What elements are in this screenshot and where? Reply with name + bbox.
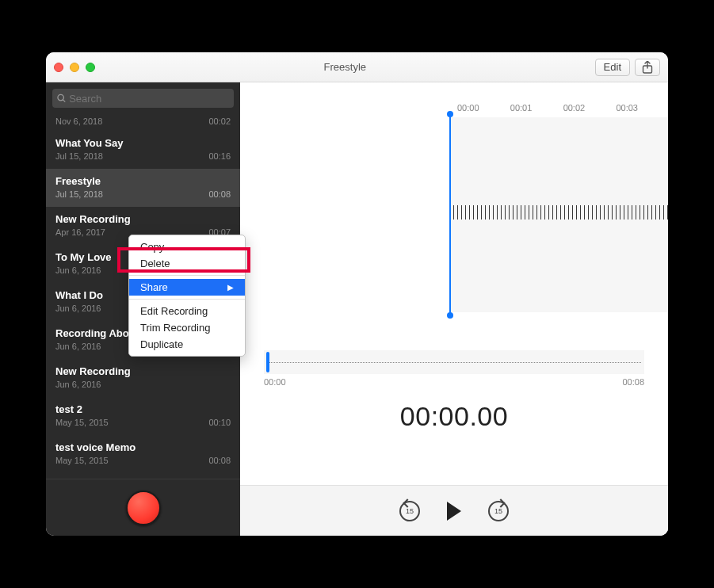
share-icon	[642, 61, 653, 74]
playhead[interactable]	[449, 114, 451, 315]
playback-controls: 15 15	[240, 485, 668, 536]
scrub-position[interactable]	[266, 352, 269, 372]
search-icon	[57, 94, 66, 103]
time-tick: 00:01	[510, 103, 533, 113]
ctx-share-label: Share	[140, 281, 168, 293]
record-area	[46, 479, 240, 536]
window-controls	[54, 63, 95, 72]
time-axis: 00:00 00:01 00:02 00:03	[264, 98, 644, 113]
ctx-trim-recording[interactable]: Trim Recording	[129, 319, 245, 336]
window-title: Freestyle	[95, 61, 595, 73]
recording-duration: 00:08	[208, 189, 231, 199]
recording-date: May 15, 2015	[55, 456, 109, 465]
recording-title: test 2	[55, 403, 231, 415]
recording-date: Jun 6, 2016	[55, 265, 101, 275]
recording-duration: 00:16	[208, 151, 231, 161]
search-field[interactable]	[52, 89, 234, 108]
scrub-start: 00:00	[264, 377, 286, 387]
skip-forward-button[interactable]: 15	[487, 500, 510, 522]
play-button[interactable]	[443, 500, 465, 522]
search-input[interactable]	[69, 93, 229, 105]
chevron-right-icon: ▶	[227, 283, 234, 292]
recording-title: New Recording	[55, 213, 231, 225]
skip-back-icon: 15	[399, 501, 420, 521]
recording-duration: 00:02	[208, 116, 231, 126]
edit-button[interactable]: Edit	[595, 59, 630, 76]
recording-item[interactable]: FreestyleJul 15, 201800:08	[46, 169, 240, 207]
waveform-zoom-view[interactable]: 00:00 00:01 00:02 00:03	[240, 98, 668, 328]
recording-date: Jun 6, 2016	[55, 304, 101, 313]
recording-item[interactable]: test voice MemoMay 15, 201500:08	[46, 435, 240, 473]
ctx-copy[interactable]: Copy	[129, 239, 245, 255]
playback-time: 00:00.00	[240, 401, 668, 432]
ctx-duplicate[interactable]: Duplicate	[129, 336, 245, 353]
recording-title: What You Say	[55, 137, 231, 149]
ctx-delete[interactable]: Delete	[129, 255, 245, 272]
minimize-window-button[interactable]	[70, 63, 79, 72]
recording-date: Nov 6, 2018	[55, 116, 102, 126]
recording-title: New Recording	[55, 365, 231, 377]
ctx-separator	[129, 275, 245, 276]
time-tick: 00:02	[563, 103, 586, 113]
record-button[interactable]	[126, 491, 161, 525]
scrub-end: 00:08	[622, 377, 644, 387]
recording-item[interactable]: What You SayJul 15, 201800:16	[46, 131, 240, 169]
app-window: Freestyle Edit Nov 6, 201800:02What You …	[46, 52, 668, 536]
skip-forward-icon: 15	[488, 501, 509, 521]
recording-item[interactable]: test 2May 15, 201500:10	[46, 397, 240, 435]
time-tick: 00:00	[457, 103, 479, 113]
recording-date: Jul 15, 2018	[55, 189, 103, 199]
scrub-track[interactable]	[264, 350, 644, 374]
recording-item[interactable]: Nov 6, 201800:02	[46, 116, 240, 131]
context-menu: Copy Delete Share ▶ Edit Recording Trim …	[128, 235, 246, 357]
share-button[interactable]	[635, 59, 660, 76]
ctx-share[interactable]: Share ▶	[129, 279, 245, 296]
main-panel: 00:00 00:01 00:02 00:03 00:00 00:08 00:0…	[240, 82, 668, 536]
close-window-button[interactable]	[54, 63, 63, 72]
recording-date: Jun 6, 2016	[55, 342, 101, 351]
recording-date: May 15, 2015	[55, 418, 109, 427]
skip-back-button[interactable]: 15	[399, 500, 421, 522]
recording-title: test voice Memo	[55, 441, 231, 453]
fullscreen-window-button[interactable]	[86, 63, 95, 72]
recording-date: Jun 6, 2016	[55, 380, 101, 389]
titlebar: Freestyle Edit	[46, 52, 668, 82]
scrub-view[interactable]: 00:00 00:08	[264, 350, 644, 387]
recording-duration: 00:10	[208, 418, 231, 427]
recording-duration: 00:08	[208, 456, 231, 465]
svg-point-1	[58, 94, 63, 100]
waveform-track	[264, 205, 668, 221]
ctx-edit-recording[interactable]: Edit Recording	[129, 303, 245, 319]
svg-line-2	[63, 100, 65, 102]
play-icon	[447, 502, 461, 521]
recording-title: Freestyle	[55, 175, 231, 187]
recording-date: Jul 15, 2018	[55, 151, 103, 161]
ctx-separator	[129, 299, 245, 300]
sidebar: Nov 6, 201800:02What You SayJul 15, 2018…	[46, 82, 240, 536]
recording-item[interactable]: New RecordingJun 6, 2016	[46, 359, 240, 397]
recording-date: Apr 16, 2017	[55, 227, 105, 237]
time-tick: 00:03	[616, 103, 638, 113]
